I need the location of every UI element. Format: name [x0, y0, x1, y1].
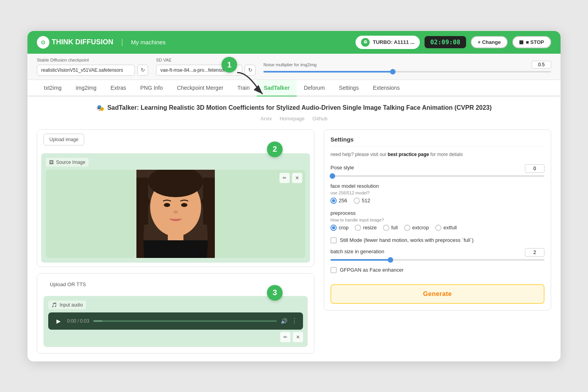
tab-deforum[interactable]: Deforum: [297, 80, 332, 96]
logo: ⊙ THINK DIFFUSION: [37, 36, 113, 49]
source-image-text: Source Image: [56, 160, 85, 165]
github-link[interactable]: Github: [312, 116, 327, 122]
stop-square-icon: [519, 40, 523, 44]
batch-size-thumb[interactable]: [388, 257, 393, 263]
turbo-icon: ♻: [361, 38, 370, 47]
pose-style-value[interactable]: 0: [525, 164, 544, 173]
title-text: SadTalker: Learning Realistic 3D Motion …: [107, 104, 492, 111]
preprocess-resize-label: resize: [363, 225, 377, 230]
preprocess-extcrop-label: extcrop: [412, 225, 429, 230]
audio-progress-bar[interactable]: [93, 320, 277, 322]
toolbar: Stable Diffusion checkpoint realisticVis…: [27, 54, 561, 80]
still-mode-row: Still Mode (fewer hand motion, works wit…: [330, 237, 544, 243]
play-button[interactable]: ▶: [54, 316, 63, 326]
face-portrait-svg: [136, 170, 215, 258]
audio-area-wrapper: 3 🎵 Input audio ▶ 0:00 / 0:03: [37, 293, 314, 353]
upload-image-button[interactable]: Upload image: [44, 134, 84, 145]
preprocess-resize-option[interactable]: resize: [355, 225, 377, 231]
noise-label: Noise multiplier for img2img: [263, 62, 317, 67]
pose-style-thumb[interactable]: [330, 173, 335, 179]
audio-icon: 🎵: [51, 302, 57, 308]
still-mode-checkbox[interactable]: [330, 237, 337, 243]
noise-header: Noise multiplier for img2img 0.5: [263, 61, 551, 69]
generate-button[interactable]: Generate: [330, 284, 544, 304]
preprocess-full-option[interactable]: full: [383, 225, 398, 231]
svg-point-7: [173, 211, 178, 214]
preprocess-row: preprocess How to handle input image? cr…: [330, 210, 544, 231]
face-model-label: face model resolution: [330, 183, 544, 189]
logo-text: THINK DIFFUSION: [52, 38, 113, 46]
tab-checkpoint-merger[interactable]: Checkpoint Merger: [170, 80, 230, 96]
remove-audio-button[interactable]: ✕: [293, 332, 303, 342]
tab-settings[interactable]: Settings: [332, 80, 366, 96]
checkpoint-refresh-button[interactable]: ↻: [137, 65, 148, 76]
gfpgan-label: GFPGAN as Face enhancer: [340, 267, 404, 273]
tab-train[interactable]: Train: [230, 80, 257, 96]
preprocess-full-radio[interactable]: [383, 225, 389, 231]
pose-style-row: Pose style 0: [330, 164, 544, 177]
page-title: 🎭 SadTalker: Learning Realistic 3D Motio…: [37, 104, 551, 112]
preprocess-extfull-label: extfull: [443, 225, 457, 230]
stop-label: ■ STOP: [526, 39, 544, 45]
gfpgan-checkbox[interactable]: [330, 267, 337, 273]
preprocess-extcrop-radio[interactable]: [404, 225, 410, 231]
audio-section: Upload OR TTS 3 🎵 Input audio ▶: [37, 273, 314, 354]
face-model-radio-group: 256 512: [330, 198, 544, 204]
checkpoint-label: Stable Diffusion checkpoint: [37, 58, 148, 62]
face-model-512-option[interactable]: 512: [354, 198, 370, 204]
face-model-256-label: 256: [339, 198, 347, 203]
checkpoint-group: Stable Diffusion checkpoint realisticVis…: [37, 58, 148, 76]
vae-label: SD VAE: [156, 58, 256, 62]
checkpoint-select[interactable]: realisticVisionV51_v51VAE.safetensors: [37, 65, 135, 76]
face-model-256-option[interactable]: 256: [330, 198, 347, 204]
tab-extras[interactable]: Extras: [103, 80, 133, 96]
two-col-layout: Upload image 2 🖼 Source Image: [37, 129, 551, 354]
preprocess-crop-option[interactable]: crop: [330, 225, 348, 231]
face-model-512-radio[interactable]: [354, 198, 360, 204]
upload-or-tts-label: Upload OR TTS: [44, 278, 308, 289]
pose-style-slider-row: Pose style 0: [330, 164, 544, 173]
header: ⊙ THINK DIFFUSION | My machines ♻ TURBO:…: [27, 31, 561, 54]
vae-select[interactable]: vae-ft-mse-84...a-pro...fetensors: [156, 65, 242, 76]
arxiv-link[interactable]: Arxiv: [261, 116, 272, 122]
preprocess-sublabel: How to handle input image?: [330, 218, 544, 222]
face-model-256-radio[interactable]: [330, 198, 337, 204]
preprocess-extfull-radio[interactable]: [435, 225, 441, 231]
logo-icon: ⊙: [37, 36, 49, 49]
badge-3: 3: [267, 285, 283, 301]
batch-size-value[interactable]: 2: [525, 248, 544, 257]
preprocess-crop-radio[interactable]: [330, 225, 337, 231]
noise-value-input[interactable]: 0.5: [532, 61, 551, 69]
image-upload-area[interactable]: 🖼 Source Image: [41, 153, 310, 263]
help-text-suffix: for more detials: [429, 152, 463, 157]
tab-extensions[interactable]: Extensions: [366, 80, 407, 96]
best-practice-link[interactable]: best practice page: [388, 152, 429, 157]
change-button[interactable]: + Change: [471, 36, 508, 48]
timer: 02:09:08: [425, 36, 466, 48]
my-machines-link[interactable]: My machines: [131, 39, 165, 45]
preprocess-label: preprocess: [330, 210, 544, 216]
tab-png-info[interactable]: PNG Info: [133, 80, 170, 96]
edit-audio-button[interactable]: ✏: [280, 332, 290, 342]
preprocess-extfull-option[interactable]: extfull: [435, 225, 457, 231]
noise-slider-thumb[interactable]: [390, 69, 396, 74]
batch-size-slider-row: batch size in generation 2: [330, 248, 544, 257]
remove-image-button[interactable]: ✕: [292, 173, 302, 183]
audio-upload-area: 🎵 Input audio ▶ 0:00 / 0:03 🔊 ⋮: [44, 296, 308, 347]
vae-refresh-button[interactable]: ↻: [245, 65, 256, 76]
still-mode-label: Still Mode (fewer hand motion, works wit…: [340, 237, 474, 243]
face-model-sublabel: use 256/512 model?: [330, 191, 544, 195]
homepage-link[interactable]: Homepage: [279, 116, 305, 122]
upload-area-wrapper: 2 🖼 Source Image: [37, 149, 314, 267]
audio-volume-icon[interactable]: 🔊: [281, 318, 287, 324]
audio-more-icon[interactable]: ⋮: [291, 317, 298, 325]
tab-txt2img[interactable]: txt2img: [37, 80, 69, 96]
tab-img2img[interactable]: img2img: [69, 80, 103, 96]
tab-sadtalker[interactable]: SadTalker: [257, 80, 297, 96]
edit-image-button[interactable]: ✏: [279, 173, 290, 183]
stop-button[interactable]: ■ STOP: [512, 36, 551, 48]
preprocess-extcrop-option[interactable]: extcrop: [404, 225, 429, 231]
batch-size-slider[interactable]: [330, 259, 544, 261]
pose-style-slider[interactable]: [330, 175, 544, 177]
preprocess-resize-radio[interactable]: [355, 225, 361, 231]
